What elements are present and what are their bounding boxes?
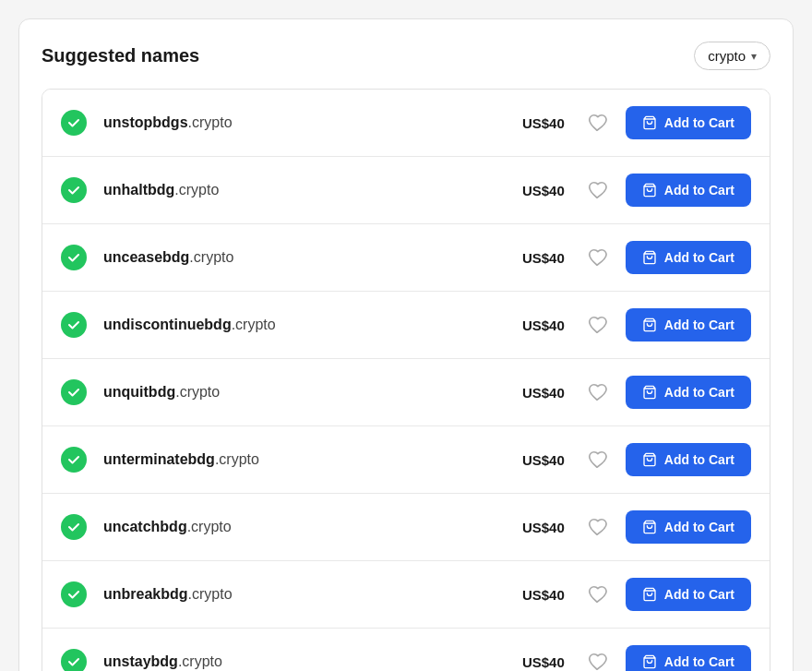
add-to-cart-label: Add to Cart [664,520,734,534]
domain-row: unstaybdg.crypto US$40 Add to Cart [42,629,770,671]
domain-price: US$40 [509,250,565,266]
domain-tld-part: .crypto [232,317,276,332]
domain-row: unstopbdgs.crypto US$40 Add to Cart [42,90,770,157]
domain-row: unbreakbdg.crypto US$40 Add to Cart [42,561,770,629]
add-to-cart-label: Add to Cart [664,654,734,669]
domain-price: US$40 [509,520,565,535]
domain-price: US$40 [509,385,565,401]
domain-row: undiscontinuebdg.crypto US$40 Add to Car… [42,292,770,359]
domain-bold-part: unquitbdg [103,384,175,400]
cart-icon [642,115,657,130]
domain-tld-part: .crypto [178,653,222,669]
check-icon [61,447,87,473]
domain-list: unstopbdgs.crypto US$40 Add to Cart unha… [42,89,770,671]
heart-icon [587,315,607,335]
add-to-cart-button[interactable]: Add to Cart [626,376,751,409]
domain-price: US$40 [509,587,565,603]
check-icon [61,312,87,338]
add-to-cart-label: Add to Cart [664,587,734,602]
check-icon [61,245,87,270]
check-icon [61,581,87,607]
domain-tld-part: .crypto [174,182,219,198]
wishlist-button[interactable] [583,244,611,271]
domain-price: US$40 [509,115,565,131]
wishlist-button[interactable] [583,581,611,608]
domain-tld-part: .crypto [188,114,233,130]
wishlist-button[interactable] [583,446,611,473]
check-icon [61,110,87,136]
domain-price: US$40 [509,654,565,670]
cart-icon [642,452,657,467]
domain-name: unterminatebdg.crypto [103,451,509,468]
filter-dropdown[interactable]: crypto ▾ [694,42,770,70]
domain-name: unstopbdgs.crypto [103,114,509,131]
add-to-cart-button[interactable]: Add to Cart [626,174,751,207]
cart-icon [642,250,657,265]
domain-price: US$40 [509,183,565,198]
page-title: Suggested names [42,45,199,66]
add-to-cart-label: Add to Cart [664,250,734,265]
add-to-cart-button[interactable]: Add to Cart [626,510,751,544]
domain-bold-part: unstopbdgs [103,114,188,130]
wishlist-button[interactable] [583,648,611,671]
header: Suggested names crypto ▾ [42,42,770,70]
cart-icon [642,520,657,534]
heart-icon [587,113,607,133]
wishlist-button[interactable] [583,311,611,339]
wishlist-button[interactable] [583,513,611,541]
add-to-cart-button[interactable]: Add to Cart [626,443,751,476]
check-icon [61,514,87,540]
domain-bold-part: unceasebdg [103,249,189,265]
heart-icon [587,247,607,268]
domain-price: US$40 [509,318,565,333]
domain-bold-part: undiscontinuebdg [103,317,232,332]
filter-label: crypto [708,48,746,64]
domain-bold-part: uncatchbdg [103,519,187,534]
check-icon [61,649,87,671]
cart-icon [642,587,657,602]
domain-name: unstaybdg.crypto [103,653,509,670]
domain-tld-part: .crypto [188,586,233,602]
domain-row: unterminatebdg.crypto US$40 Add to Cart [42,426,770,494]
add-to-cart-button[interactable]: Add to Cart [626,308,751,341]
add-to-cart-label: Add to Cart [664,452,734,467]
heart-icon [587,584,607,605]
heart-icon [587,652,607,671]
domain-bold-part: unstaybdg [103,653,178,669]
domain-bold-part: unterminatebdg [103,451,215,467]
wishlist-button[interactable] [583,378,611,406]
add-to-cart-label: Add to Cart [664,115,734,130]
domain-row: uncatchbdg.crypto US$40 Add to Cart [42,494,770,561]
wishlist-button[interactable] [583,109,611,137]
domain-row: unceasebdg.crypto US$40 Add to Cart [42,224,770,292]
domain-row: unquitbdg.crypto US$40 Add to Cart [42,359,770,426]
cart-icon [642,385,657,400]
heart-icon [587,517,607,537]
chevron-down-icon: ▾ [751,50,757,63]
domain-name: unquitbdg.crypto [103,384,509,401]
check-icon [61,177,87,203]
domain-name: unbreakbdg.crypto [103,586,509,603]
add-to-cart-button[interactable]: Add to Cart [626,241,751,274]
cart-icon [642,183,657,198]
wishlist-button[interactable] [583,176,611,204]
domain-bold-part: unhaltbdg [103,182,174,198]
domain-price: US$40 [509,452,565,468]
domain-bold-part: unbreakbdg [103,586,188,602]
add-to-cart-label: Add to Cart [664,385,734,400]
domain-tld-part: .crypto [189,249,233,265]
main-container: Suggested names crypto ▾ unstopbdgs.cryp… [18,18,794,671]
add-to-cart-label: Add to Cart [664,183,734,198]
domain-name: uncatchbdg.crypto [103,519,509,535]
domain-name: undiscontinuebdg.crypto [103,317,509,333]
heart-icon [587,180,607,200]
add-to-cart-button[interactable]: Add to Cart [626,645,751,671]
add-to-cart-button[interactable]: Add to Cart [626,578,751,611]
domain-row: unhaltbdg.crypto US$40 Add to Cart [42,157,770,224]
add-to-cart-button[interactable]: Add to Cart [626,106,751,139]
domain-tld-part: .crypto [175,384,220,400]
cart-icon [642,318,657,332]
domain-tld-part: .crypto [187,519,232,534]
check-icon [61,379,87,405]
heart-icon [587,449,607,470]
